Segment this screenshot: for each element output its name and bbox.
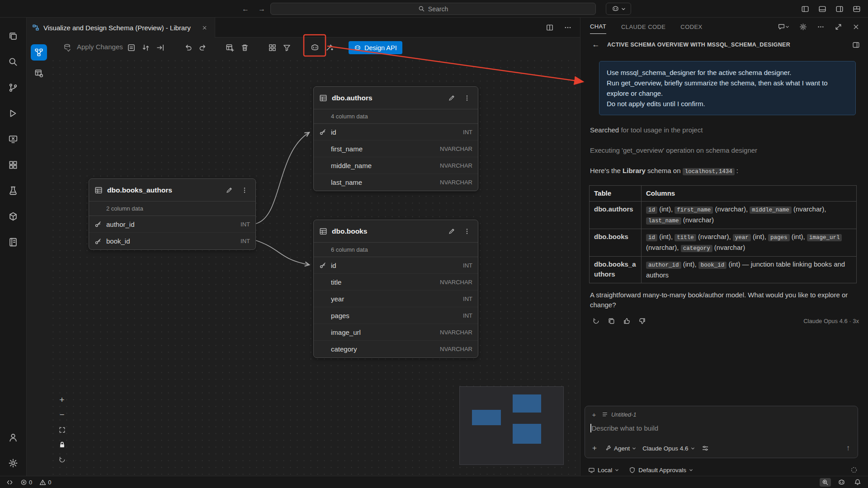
table-menu-icon[interactable] xyxy=(239,185,250,196)
toggle-panel-right-icon[interactable] xyxy=(834,3,845,15)
reset-view-button[interactable] xyxy=(56,454,68,465)
apply-changes-button[interactable]: Apply Changes xyxy=(77,43,123,51)
design-api-button[interactable]: Design API xyxy=(349,41,402,54)
schema-canvas[interactable]: dbo.authors 4 column data idINTfirst_nam… xyxy=(50,57,580,476)
edit-table-icon[interactable] xyxy=(224,185,235,196)
chat-settings-gear-icon[interactable] xyxy=(797,21,809,33)
table-menu-icon[interactable] xyxy=(462,93,472,103)
settings-gear-icon[interactable] xyxy=(3,450,24,476)
add-table-icon[interactable] xyxy=(224,42,236,53)
thumbs-up-icon[interactable] xyxy=(621,315,632,327)
code-wand-icon[interactable] xyxy=(323,42,335,53)
tab-schema-designer[interactable]: Visualize and Design Schema (Preview) - … xyxy=(27,18,215,38)
schema-column-row[interactable]: middle_nameNVARCHAR xyxy=(314,157,478,174)
undo-icon[interactable] xyxy=(182,42,194,53)
chat-close-icon[interactable] xyxy=(850,21,862,33)
schema-column-row[interactable]: last_nameNVARCHAR xyxy=(314,174,478,191)
redo-icon[interactable] xyxy=(197,42,208,53)
attach-icon[interactable]: + xyxy=(589,442,600,454)
copilot-schema-icon[interactable] xyxy=(309,42,321,53)
customize-layout-icon[interactable] xyxy=(851,3,863,15)
activity-extensions-icon[interactable] xyxy=(3,152,24,178)
back-icon[interactable]: ← xyxy=(590,39,602,51)
copilot-status-icon[interactable] xyxy=(835,476,847,488)
nav-back-icon[interactable]: ← xyxy=(240,3,251,15)
nav-forward-icon[interactable]: → xyxy=(256,3,268,15)
chat-input-placeholder[interactable]: Describe what to build xyxy=(592,424,659,432)
schema-column-row[interactable]: author_idINT xyxy=(89,216,255,233)
warnings-status[interactable]: 0 xyxy=(38,477,53,487)
thumbs-down-icon[interactable] xyxy=(636,315,648,327)
copilot-menu-button[interactable] xyxy=(606,3,631,15)
edit-table-icon[interactable] xyxy=(446,226,457,237)
view-grid-icon[interactable] xyxy=(266,42,278,53)
schema-column-row[interactable]: first_nameNVARCHAR xyxy=(314,141,478,157)
activity-run-debug-icon[interactable] xyxy=(3,100,24,126)
activity-remote-icon[interactable] xyxy=(3,126,24,152)
chat-more-actions-icon[interactable] xyxy=(815,21,826,33)
zoom-in-button[interactable]: + xyxy=(56,394,68,406)
toggle-panel-left-icon[interactable] xyxy=(799,3,811,15)
activity-notebook-icon[interactable] xyxy=(3,229,24,255)
activity-explorer-icon[interactable] xyxy=(3,23,24,49)
schema-column-row[interactable]: idINT xyxy=(314,124,478,141)
tab-chat[interactable]: CHAT xyxy=(590,19,606,34)
schema-column-row[interactable]: titleNVARCHAR xyxy=(314,274,478,291)
tools-config-icon[interactable] xyxy=(699,442,711,454)
editor-more-actions-icon[interactable] xyxy=(562,22,574,33)
schema-column-row[interactable]: pagesINT xyxy=(314,307,478,324)
environment-dropdown[interactable]: Local xyxy=(588,467,619,474)
account-icon[interactable] xyxy=(3,424,24,450)
chat-maximize-icon[interactable] xyxy=(832,21,844,33)
schema-column-row[interactable]: categoryNVARCHAR xyxy=(314,341,478,357)
chat-mode-dropdown[interactable] xyxy=(776,21,791,33)
model-picker-dropdown[interactable]: Claude Opus 4.6 xyxy=(641,444,696,453)
delete-table-icon[interactable] xyxy=(239,42,250,53)
table-node-header[interactable]: dbo.books_authors xyxy=(89,179,255,202)
schema-column-row[interactable]: idINT xyxy=(314,257,478,274)
send-button[interactable]: ↑ xyxy=(842,442,854,454)
toggle-panel-bottom-icon[interactable] xyxy=(816,3,828,15)
open-in-editor-icon[interactable] xyxy=(850,39,862,51)
errors-status[interactable]: 0 xyxy=(19,477,34,487)
table-node-header[interactable]: dbo.authors xyxy=(314,87,478,109)
activity-testing-icon[interactable] xyxy=(3,178,24,203)
lock-canvas-button[interactable] xyxy=(56,439,68,450)
table-node-authors[interactable]: dbo.authors 4 column data idINTfirst_nam… xyxy=(313,86,478,191)
approvals-dropdown[interactable]: Default Approvals xyxy=(629,467,693,474)
table-node-books-authors[interactable]: dbo.books_authors 2 column data author_i… xyxy=(89,178,256,250)
filter-icon[interactable] xyxy=(281,42,292,53)
tab-close-icon[interactable] xyxy=(199,23,209,33)
activity-search-icon[interactable] xyxy=(3,49,24,75)
auto-layout-icon[interactable] xyxy=(125,42,137,53)
retry-icon[interactable] xyxy=(590,315,602,327)
apply-changes-icon[interactable] xyxy=(61,42,73,53)
edit-table-icon[interactable] xyxy=(446,93,457,103)
table-node-header[interactable]: dbo.books xyxy=(314,220,478,243)
table-node-books[interactable]: dbo.books 6 column data idINTtitleNVARCH… xyxy=(313,220,478,358)
remote-indicator[interactable] xyxy=(5,477,15,487)
agent-mode-dropdown[interactable]: Agent xyxy=(603,444,638,453)
context-file-chip[interactable]: Untitled-1 xyxy=(611,411,637,418)
export-icon[interactable] xyxy=(154,42,166,53)
schema-visualize-button[interactable] xyxy=(31,44,47,61)
copy-icon[interactable] xyxy=(605,315,617,327)
session-history-icon[interactable] xyxy=(848,464,860,476)
fit-view-button[interactable] xyxy=(56,424,68,436)
activity-source-control-icon[interactable] xyxy=(3,75,24,100)
command-center-search[interactable]: Search xyxy=(270,3,596,15)
notifications-bell-icon[interactable] xyxy=(852,476,863,488)
schema-column-row[interactable]: yearINT xyxy=(314,291,478,307)
chat-input-box[interactable]: + Untitled-1 Describe what to build + Ag… xyxy=(585,406,858,458)
table-menu-icon[interactable] xyxy=(462,226,472,237)
schema-column-row[interactable]: book_idINT xyxy=(89,233,255,249)
minimap[interactable] xyxy=(459,386,564,465)
schema-definition-button[interactable] xyxy=(31,65,47,81)
compare-changes-icon[interactable] xyxy=(140,42,151,53)
schema-column-row[interactable]: image_urlNVARCHAR xyxy=(314,324,478,341)
activity-package-icon[interactable] xyxy=(3,203,24,229)
zoom-out-button[interactable]: − xyxy=(56,409,68,421)
tab-claude-code[interactable]: CLAUDE CODE xyxy=(621,19,665,34)
add-context-icon[interactable]: + xyxy=(590,410,599,419)
tab-codex[interactable]: CODEX xyxy=(680,19,702,34)
